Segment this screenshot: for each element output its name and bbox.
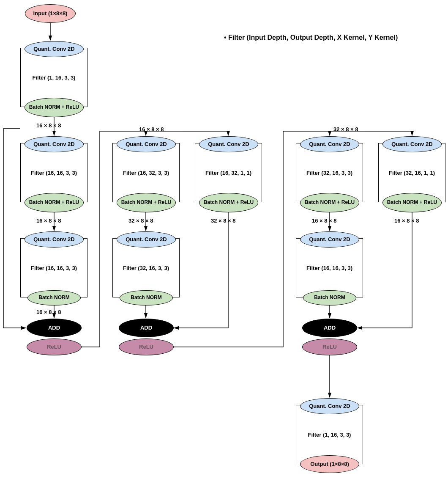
- output-node: Output (1×8×8): [300, 455, 359, 473]
- c3-bn2: Batch NORM: [303, 290, 356, 305]
- stem-filter: Filter (1, 16, 3, 3): [33, 74, 76, 81]
- c1-conv1: Quant. Conv 2D: [25, 136, 84, 152]
- c2-dim1: 32 × 8 × 8: [128, 217, 153, 224]
- c3-relu: ReLU: [302, 338, 357, 355]
- c1-conv2: Quant. Conv 2D: [25, 231, 84, 248]
- c3s-bnrelu: Batch NORM + ReLU: [382, 193, 442, 212]
- c2-filter2: Filter (32, 16, 3, 3): [123, 265, 169, 271]
- c1-bnrelu1: Batch NORM + ReLU: [25, 193, 84, 212]
- c2-add: ADD: [119, 319, 174, 337]
- c3-in-dim: 32 × 8 × 8: [333, 126, 358, 132]
- stem-conv: Quant. Conv 2D: [25, 41, 84, 57]
- out-conv: Quant. Conv 2D: [300, 398, 359, 414]
- c1-add: ADD: [27, 319, 82, 337]
- c3-conv1: Quant. Conv 2D: [300, 136, 359, 152]
- c3s-conv: Quant. Conv 2D: [382, 136, 442, 152]
- c1-dim2: 16 × 8 × 8: [36, 309, 61, 315]
- c3-bnrelu1: Batch NORM + ReLU: [300, 193, 359, 212]
- c2-conv2: Quant. Conv 2D: [117, 231, 176, 248]
- c2-in-dim: 16 × 8 × 8: [139, 126, 164, 132]
- c2-bn2: Batch NORM: [120, 290, 173, 305]
- c3-conv2: Quant. Conv 2D: [300, 231, 359, 248]
- c1-relu: ReLU: [27, 338, 82, 355]
- c3-add: ADD: [302, 319, 357, 337]
- c2s-conv: Quant. Conv 2D: [199, 136, 258, 152]
- c1-dim1: 16 × 8 × 8: [36, 217, 61, 224]
- legend-text: Filter (Input Depth, Output Depth, X Ker…: [224, 34, 398, 41]
- c3s-filter: Filter (32, 16, 1, 1): [389, 170, 435, 176]
- out-filter: Filter (1, 16, 3, 3): [308, 432, 351, 438]
- stem-bnrelu: Batch NORM + ReLU: [25, 98, 84, 117]
- c3s-dim: 16 × 8 × 8: [394, 217, 419, 224]
- c1-filter1: Filter (16, 16, 3, 3): [31, 170, 77, 176]
- c1-filter2: Filter (16, 16, 3, 3): [31, 265, 77, 271]
- c3-dim1: 16 × 8 × 8: [312, 217, 337, 224]
- stem-out-dim: 16 × 8 × 8: [36, 122, 61, 129]
- c2-filter1: Filter (16, 32, 3, 3): [123, 170, 169, 176]
- c2-conv1: Quant. Conv 2D: [117, 136, 176, 152]
- c1-bn2: Batch NORM: [27, 290, 81, 305]
- c2s-bnrelu: Batch NORM + ReLU: [199, 193, 258, 212]
- nn-architecture-diagram: Filter (Input Depth, Output Depth, X Ker…: [0, 0, 448, 487]
- c3-filter1: Filter (32, 16, 3, 3): [306, 170, 352, 176]
- c3-filter2: Filter (16, 16, 3, 3): [306, 265, 352, 271]
- c2s-dim: 32 × 8 × 8: [211, 217, 236, 224]
- c2-relu: ReLU: [119, 338, 174, 355]
- c2s-filter: Filter (16, 32, 1, 1): [205, 170, 251, 176]
- c2-bnrelu1: Batch NORM + ReLU: [117, 193, 176, 212]
- input-node: Input (1×8×8): [25, 4, 76, 23]
